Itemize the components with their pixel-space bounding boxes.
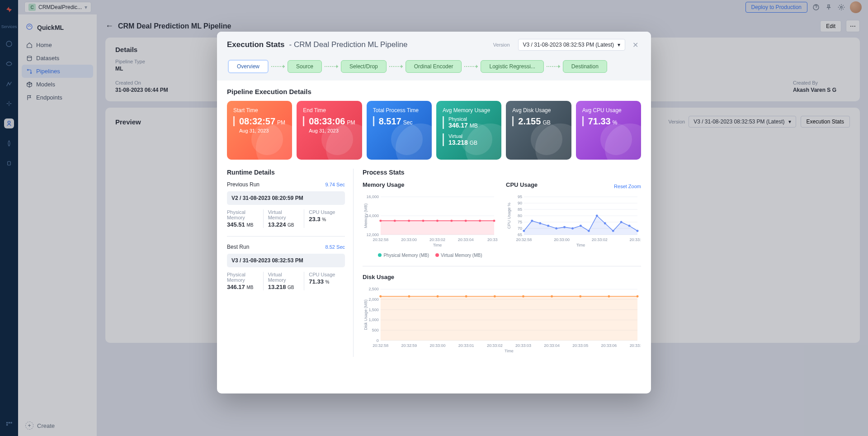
svg-point-21: [422, 220, 425, 222]
svg-text:20:32:58: 20:32:58: [373, 343, 388, 348]
svg-text:2,500: 2,500: [368, 287, 378, 291]
svg-point-25: [479, 220, 481, 222]
svg-text:Memory (MB): Memory (MB): [363, 204, 368, 228]
svg-text:70: 70: [518, 226, 522, 231]
svg-point-19: [394, 220, 396, 222]
svg-text:65: 65: [518, 232, 522, 237]
arrow-icon: [464, 66, 478, 67]
svg-point-58: [604, 222, 606, 224]
step-encoder[interactable]: Ordinal Encoder: [406, 60, 462, 73]
svg-text:2,000: 2,000: [368, 297, 378, 302]
pipe-exec-title: Pipeline Execution Details: [227, 88, 641, 95]
svg-text:20:33:04: 20:33:04: [458, 237, 474, 242]
svg-text:14,000: 14,000: [366, 213, 378, 218]
svg-text:20:33:02: 20:33:02: [487, 343, 503, 348]
process-stats: Process Stats Memory Usage 12,00014,0001…: [363, 169, 641, 357]
svg-point-88: [579, 295, 581, 298]
svg-point-49: [531, 220, 533, 222]
svg-text:Time: Time: [433, 243, 442, 247]
chart-memory: Memory Usage 12,00014,00016,00020:32:582…: [363, 181, 498, 258]
chevron-down-icon: ▾: [618, 42, 620, 48]
svg-point-89: [608, 295, 610, 298]
svg-point-53: [563, 226, 566, 228]
card-cpu: Avg CPU Usage 71.33%: [576, 101, 641, 160]
svg-text:16,000: 16,000: [366, 194, 378, 199]
svg-point-54: [571, 227, 574, 229]
svg-point-50: [539, 222, 541, 224]
svg-text:20:32:58: 20:32:58: [516, 237, 532, 242]
metric-cards: Start Time 08:32:57PM Aug 31, 2023 End T…: [227, 101, 641, 160]
close-icon[interactable]: ✕: [630, 40, 641, 50]
svg-text:85: 85: [518, 207, 522, 212]
svg-text:20:33:04: 20:33:04: [544, 343, 560, 348]
svg-text:20:33:00: 20:33:00: [401, 237, 417, 242]
svg-point-26: [493, 220, 495, 222]
svg-point-62: [637, 230, 639, 232]
step-overview[interactable]: Overview: [228, 60, 269, 73]
card-end-time: End Time 08:33:06PM Aug 31, 2023: [297, 101, 362, 160]
svg-text:20:33:02: 20:33:02: [592, 237, 608, 242]
svg-point-56: [588, 230, 590, 232]
svg-text:Time: Time: [505, 349, 514, 353]
svg-text:20:33...: 20:33...: [487, 237, 498, 242]
svg-point-57: [596, 215, 598, 217]
card-start-time: Start Time 08:32:57PM Aug 31, 2023: [227, 101, 292, 160]
svg-point-84: [465, 295, 467, 298]
svg-text:0: 0: [377, 338, 379, 343]
svg-text:12,000: 12,000: [366, 232, 378, 237]
svg-point-23: [450, 220, 453, 222]
svg-text:80: 80: [518, 213, 522, 218]
svg-text:75: 75: [518, 220, 522, 224]
svg-point-24: [465, 220, 467, 222]
svg-text:20:33:02: 20:33:02: [429, 237, 445, 242]
arrow-icon: [389, 66, 403, 67]
step-select[interactable]: Select/Drop: [341, 60, 387, 73]
svg-point-18: [379, 220, 382, 222]
svg-text:20:33:05: 20:33:05: [572, 343, 588, 348]
svg-text:20:33:03: 20:33:03: [515, 343, 531, 348]
runtime-details: Runtime Details Previous Run9.74 Sec V2 …: [227, 169, 354, 357]
svg-text:1,500: 1,500: [368, 308, 378, 312]
svg-point-22: [436, 220, 439, 222]
card-process-time: Total Process Time 8.517Sec: [367, 101, 432, 160]
svg-point-59: [612, 230, 614, 232]
card-memory: Avg Memory Usage Physical 346.17 MB Virt…: [436, 101, 501, 160]
arrow-icon: [325, 66, 338, 67]
svg-text:20:32:59: 20:32:59: [401, 343, 417, 348]
modal-version-select[interactable]: V3 / 31-08-2023 08:32:53 PM (Latest)▾: [518, 39, 625, 51]
svg-text:20:33:00: 20:33:00: [430, 343, 446, 348]
arrow-icon: [547, 66, 560, 67]
svg-text:95: 95: [518, 194, 522, 199]
svg-text:20:33:04: 20:33:04: [630, 237, 641, 242]
svg-text:20:33:00: 20:33:00: [554, 237, 570, 242]
step-source[interactable]: Source: [288, 60, 322, 73]
chart-cpu: CPU Usage Reset Zoom 6570758085909520:32…: [506, 181, 641, 258]
svg-point-83: [437, 295, 439, 298]
arrow-icon: [271, 66, 285, 67]
previous-run-block: Previous Run9.74 Sec V2 / 31-08-2023 08:…: [227, 181, 345, 228]
svg-point-52: [555, 227, 557, 229]
svg-point-20: [408, 220, 410, 222]
svg-text:20:33:07: 20:33:07: [630, 343, 641, 348]
reset-zoom-link[interactable]: Reset Zoom: [614, 184, 641, 189]
step-destination[interactable]: Destination: [563, 60, 607, 73]
svg-point-48: [523, 230, 525, 232]
modal-title: Execution Stats: [227, 40, 285, 49]
svg-text:90: 90: [518, 201, 522, 205]
svg-text:20:33:01: 20:33:01: [458, 343, 474, 348]
svg-text:1,000: 1,000: [368, 318, 378, 322]
svg-text:20:32:58: 20:32:58: [373, 237, 388, 242]
svg-text:20:33:06: 20:33:06: [601, 343, 617, 348]
card-disk: Avg Disk Usage 2.155GB: [506, 101, 571, 160]
svg-text:Time: Time: [576, 243, 585, 247]
svg-point-60: [620, 221, 623, 223]
svg-point-81: [379, 295, 382, 298]
svg-point-82: [408, 295, 410, 298]
svg-point-55: [580, 225, 582, 227]
svg-point-87: [551, 295, 553, 298]
pipeline-steps: Overview Source Select/Drop Ordinal Enco…: [227, 57, 641, 76]
step-logistic[interactable]: Logistic Regressi...: [481, 60, 543, 73]
svg-text:500: 500: [372, 328, 379, 332]
chart-disk: Disk Usage 05001,0001,5002,0002,50020:32…: [363, 266, 641, 357]
svg-point-86: [522, 295, 524, 298]
